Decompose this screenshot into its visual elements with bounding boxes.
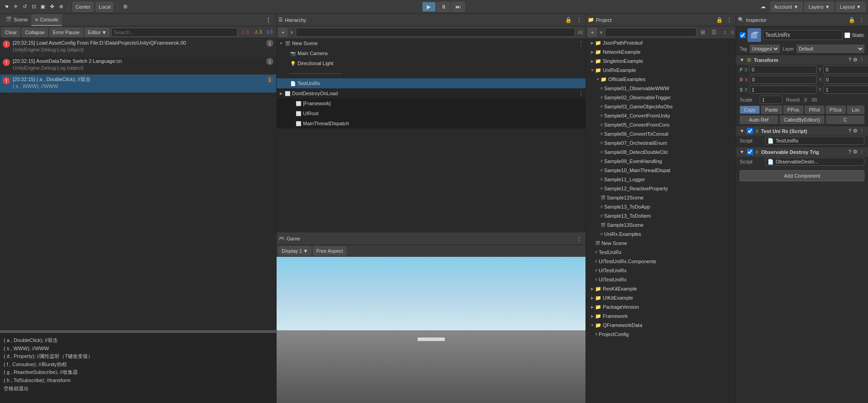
script-active-checkbox[interactable] [747, 128, 753, 134]
project-item-framework[interactable]: ▶ 📁 Framework [586, 311, 736, 321]
console-message-2[interactable]: ! [20:32:15] ( a , DoubleClick); //双击 ( … [0, 75, 276, 93]
project-options-icon[interactable]: ⋮ [725, 15, 734, 25]
project-item-s07[interactable]: # Sample07_OrchestratiEnum [586, 138, 736, 148]
obj-active-checkbox[interactable] [740, 32, 746, 38]
pos-y-input[interactable] [823, 66, 868, 74]
obs-gear-icon[interactable]: ⚙ [853, 149, 858, 155]
psca-button[interactable]: PSca [826, 106, 846, 114]
rect-tool-icon[interactable]: ▣ [39, 3, 46, 10]
transform-gear-icon[interactable]: ⚙ [853, 57, 858, 63]
obs-more-icon[interactable]: ⋮ [859, 149, 864, 155]
testunirx-script-header[interactable]: ▼ # Test Uni Rx (Script) ? ⚙ ⋮ [736, 126, 868, 136]
editor-button[interactable]: Editor ▼ [85, 28, 110, 37]
layout-button[interactable]: Layout ▼ [836, 2, 865, 12]
scale-tool-icon[interactable]: ⊡ [30, 3, 37, 10]
project-lock-icon[interactable]: 🔒 [715, 15, 724, 25]
prot-button[interactable]: PRot [805, 106, 824, 114]
project-search-input[interactable] [605, 28, 696, 37]
hierarchy-options-icon[interactable]: ⋮ [575, 15, 584, 25]
hierarchy-search-input[interactable] [296, 28, 575, 37]
game-options-icon[interactable]: ⋮ [575, 234, 584, 243]
scale-y-input[interactable] [823, 86, 868, 94]
tree-main-camera[interactable]: 📷 Main Camera [277, 48, 585, 58]
loc-button[interactable]: Loc [847, 106, 864, 114]
ppos-button[interactable]: PPos [783, 106, 803, 114]
tree-test-unirx[interactable]: 📄 TestUniRx [277, 78, 585, 88]
project-item-s06[interactable]: # Sample06_ConvertToCorouti [586, 129, 736, 138]
tree-dont-destroy[interactable]: ▶ ⬜ DontDestroyOnLoad ⋮ [277, 88, 585, 98]
layers-button[interactable]: Layers ▼ [804, 2, 834, 12]
project-item-s09[interactable]: # Sample09_EventHandling [586, 157, 736, 166]
account-button[interactable]: Account ▼ [770, 2, 803, 12]
calledby-shortcut-button[interactable]: C [826, 116, 864, 124]
transform-help-icon[interactable]: ? [848, 57, 851, 63]
project-item-singleton[interactable]: ▶ 📁 SingletonExample [586, 56, 736, 66]
script-gear-icon[interactable]: ⚙ [853, 128, 858, 134]
project-item-s12scene[interactable]: 🎬 Sample12Scene [586, 193, 736, 202]
project-item-s11[interactable]: # Sample11_Logger [586, 175, 736, 184]
rot-x-input[interactable] [750, 76, 817, 84]
hierarchy-content[interactable]: ▼ 🎬 New Scene ⋮ 📷 Main Camera 💡 Directio… [277, 38, 585, 232]
project-item-jsonpath[interactable]: ▶ 📁 JsonPathProtobuf [586, 38, 736, 47]
project-item-s13app[interactable]: # Sample13_ToDoApp [586, 202, 736, 211]
hierarchy-add-btn[interactable]: + [278, 28, 288, 37]
project-item-s01[interactable]: # Sample01_ObservableWWW [586, 84, 736, 93]
project-item-newscene[interactable]: 🎬 New Scene [586, 239, 736, 248]
console-messages[interactable]: ! [20:32:15] Load AssetConfig From File:… [0, 38, 276, 330]
scale-uniform-input[interactable] [760, 96, 782, 104]
inspector-options-icon[interactable]: ⋮ [857, 15, 866, 25]
clear-button[interactable]: Clear [2, 28, 20, 37]
project-item-uikit[interactable]: ▶ 📁 UIKitExample [586, 293, 736, 302]
script-ref-value[interactable]: 📄 TestUniRx [765, 137, 864, 145]
called-by-editor-button[interactable]: CalledByEditor() [780, 116, 824, 124]
console-resizer[interactable] [0, 331, 276, 333]
hand-tool-icon[interactable]: ☚ [3, 3, 10, 10]
obs-help-icon[interactable]: ? [848, 149, 851, 155]
add-component-button[interactable]: Add Component [740, 170, 864, 181]
project-item-s13scene[interactable]: 🎬 Sample13Scene [586, 220, 736, 230]
observable-destroy-header[interactable]: ▼ # Observable Destroy Trig ? ⚙ ⋮ [736, 147, 868, 157]
project-item-testunirx[interactable]: # TestUniRx [586, 248, 736, 257]
display-button[interactable]: Display 1 ▼ [278, 246, 311, 255]
hierarchy-lock-icon[interactable]: 🔒 [564, 15, 573, 25]
console-message-1[interactable]: ! [20:32:15] AssetDataTable Switch 2 Lan… [0, 56, 276, 75]
project-item-s12[interactable]: # Sample12_ReactiveProperty [586, 184, 736, 193]
console-search-input[interactable] [111, 28, 237, 37]
layer-select[interactable]: Default [797, 45, 864, 53]
project-add-btn[interactable]: + [588, 28, 597, 37]
script-more-icon[interactable]: ⋮ [859, 128, 864, 134]
paste-button[interactable]: Paste [761, 106, 782, 114]
project-item-pkgver[interactable]: ▶ 📁 PackageVersion [586, 302, 736, 311]
transform-tool-icon[interactable]: ✤ [48, 3, 56, 10]
pause-button[interactable]: ⏸ [437, 2, 450, 12]
project-item-official[interactable]: ▼ 📁 OfficialExamples [586, 75, 736, 84]
warning-badge[interactable]: ⚠ 3 [252, 29, 264, 35]
error-badge[interactable]: ⚠ 3 [239, 29, 251, 35]
collapse-button[interactable]: Collapse [22, 28, 48, 37]
project-item-projconfig[interactable]: # ProjectConfig [586, 330, 736, 339]
project-filter-icon[interactable]: ☰ [709, 28, 718, 37]
obj-name-input[interactable] [763, 30, 843, 40]
scale-x-input[interactable] [749, 86, 817, 94]
project-item-s13item[interactable]: # Sample13_ToDoItem [586, 211, 736, 220]
console-message-0[interactable]: ! [20:32:15] Load AssetConfig From File:… [0, 38, 276, 56]
tab-scene[interactable]: 🎬 Scene [2, 14, 31, 26]
tree-framework[interactable]: ▶ ⬜ [Framework] [277, 98, 585, 108]
local-button[interactable]: Local [96, 2, 114, 12]
project-item-s04[interactable]: # Sample04_ConvertFromUnity [586, 111, 736, 120]
tree-new-scene[interactable]: ▼ 🎬 New Scene ⋮ [277, 38, 585, 48]
error-pause-button[interactable]: Error Pause [50, 28, 83, 37]
panel-options-menu[interactable]: ⋮ [262, 16, 274, 24]
project-item-reskit[interactable]: ▶ 📁 ResKitExample [586, 284, 736, 293]
center-button[interactable]: Center [72, 2, 94, 12]
project-item-s03[interactable]: # Sample03_GameObjectAsObs [586, 102, 736, 111]
project-view-icon[interactable]: ⊞ [698, 28, 707, 37]
script-help-icon[interactable]: ? [848, 128, 851, 134]
project-item-s05[interactable]: # Sample05_ConvertFromCoro [586, 120, 736, 129]
project-item-unirxexamples[interactable]: # UniRx.Examples [586, 230, 736, 239]
project-item-uitest1[interactable]: # UITestUniRx [586, 266, 736, 275]
obs-script-ref-value[interactable]: 📄 ObservableDestri... [765, 158, 864, 166]
custom-tool-icon[interactable]: ⊕ [57, 3, 65, 10]
transform-header[interactable]: ▼ ⊞ Transform ? ⚙ ⋮ [736, 55, 868, 65]
free-aspect-button[interactable]: Free Aspect [313, 246, 346, 255]
